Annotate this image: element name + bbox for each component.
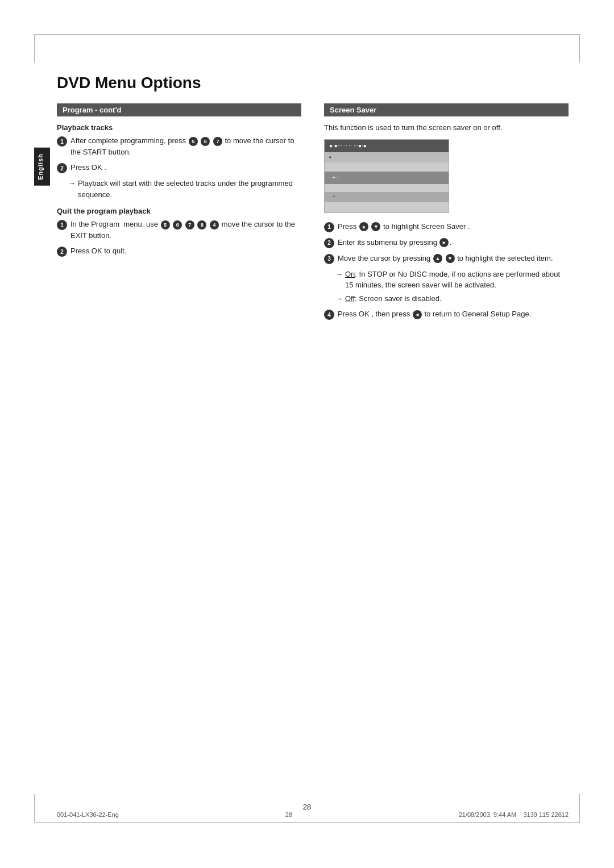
screen-saver-image: ● ●··· ·· ·· ···●·● ▪ · ÷ · · ÷ ·	[324, 139, 449, 213]
step-2-content: Press OK .	[70, 162, 301, 173]
arrow-on: → On: In STOP or No DISC mode, if no act…	[335, 269, 569, 291]
quit-btn-5: 5	[161, 220, 170, 229]
right-column: Screen Saver This function is used to tu…	[324, 103, 569, 324]
arrow-off-symbol: →	[335, 293, 343, 304]
arrow-on-symbol: →	[335, 269, 343, 280]
arrow-off: → Off: Screen saver is disabled.	[335, 293, 569, 304]
right-step-num-2: 2	[324, 238, 334, 248]
left-column: Program - cont'd Playback tracks 1 After…	[57, 103, 301, 324]
page-border-right-top	[579, 34, 580, 62]
quit-btn-8: 8	[197, 220, 206, 229]
btn-5: 5	[189, 137, 198, 146]
ss-row-3	[325, 162, 449, 172]
footer-left: 001-041-LX36-22-Eng	[57, 811, 119, 818]
step-num-1: 1	[57, 136, 67, 147]
step-num-2: 2	[57, 163, 67, 173]
right-step-4-content: Press OK , then press ◄ to return to Gen…	[338, 308, 569, 320]
quit-step-num-2: 2	[57, 247, 67, 257]
page-border-left-bottom	[34, 794, 35, 823]
quit-step-2-content: Press OK to quit.	[70, 245, 301, 257]
quit-step-1-content: In the Program menu, use 5 6 7 8 4 move …	[70, 219, 301, 241]
left-step-2: 2 Press OK .	[57, 162, 301, 173]
step-1-content: After complete programming, press 5 6 7 …	[70, 135, 301, 157]
right-step-2: 2 Enter its submenu by pressing ►.	[324, 237, 569, 248]
on-label: On	[345, 270, 355, 278]
off-label: Off	[345, 294, 355, 303]
quit-step-num-1: 1	[57, 220, 67, 230]
page-number: 28	[303, 803, 311, 811]
page-title: DVD Menu Options	[57, 74, 569, 92]
quit-step-2: 2 Press OK to quit.	[57, 245, 301, 257]
page-border-top	[34, 34, 580, 35]
right-section-header: Screen Saver	[324, 103, 569, 116]
r-btn-down: ▼	[446, 254, 455, 263]
btn-7: 7	[213, 137, 222, 146]
footer-watermark: 3139 115 22612	[523, 811, 569, 818]
quit-step-1: 1 In the Program menu, use 5 6 7 8 4 mov…	[57, 219, 301, 241]
right-step-4: 4 Press OK , then press ◄ to return to G…	[324, 308, 569, 320]
r-btn-1: ▲	[359, 222, 368, 231]
ss-row-2: ▪	[325, 152, 449, 162]
footer: 001-041-LX36-22-Eng 28 21/08/2003, 9:44 …	[57, 811, 569, 818]
r-btn-2: ▼	[371, 222, 380, 231]
right-step-1: 1 Press ▲ ▼ to highlight Screen Saver .	[324, 221, 569, 232]
page-border-right-bottom	[579, 794, 580, 823]
right-step-3-content: Move the cursor by pressing ▲ ▼ to highl…	[338, 253, 569, 264]
right-step-num-4: 4	[324, 310, 334, 320]
right-step-1-content: Press ▲ ▼ to highlight Screen Saver .	[338, 221, 569, 232]
ss-row-4: · ÷ ·	[325, 172, 449, 184]
btn-6: 6	[201, 137, 210, 146]
right-step-num-1: 1	[324, 222, 334, 232]
arrow-off-text: Off: Screen saver is disabled.	[345, 293, 442, 304]
screen-saver-intro: This function is used to turn the screen…	[324, 122, 569, 133]
sidebar-language-label: English	[34, 148, 50, 186]
right-step-num-3: 3	[324, 254, 334, 264]
r-btn-return: ◄	[413, 310, 422, 319]
step-2-arrow-text: Playback will start with the selected tr…	[78, 178, 301, 200]
footer-date: 21/08/2003, 9:44 AM	[459, 811, 517, 818]
columns-layout: Program - cont'd Playback tracks 1 After…	[57, 103, 569, 324]
right-step-2-content: Enter its submenu by pressing ►.	[338, 237, 569, 248]
left-step-2-arrow: → Playback will start with the selected …	[68, 178, 301, 200]
quit-btn-6: 6	[173, 220, 182, 229]
footer-right: 21/08/2003, 9:44 AM 3139 115 22612	[459, 811, 569, 818]
quit-btn-9: 4	[210, 220, 219, 229]
ss-row-6: · ÷ ·	[325, 192, 449, 202]
r-btn-enter: ►	[439, 238, 449, 247]
playback-tracks-heading: Playback tracks	[57, 123, 301, 132]
arrow-symbol: →	[68, 178, 76, 189]
page-border-bottom	[34, 822, 580, 823]
quit-btn-7: 7	[185, 220, 194, 229]
left-section-header: Program - cont'd	[57, 103, 301, 116]
page-border-left-top	[34, 34, 35, 62]
main-content: DVD Menu Options Program - cont'd Playba…	[57, 74, 569, 800]
ss-row-5	[325, 184, 449, 192]
arrow-on-text: On: In STOP or No DISC mode, if no actio…	[345, 269, 569, 291]
footer-center: 28	[285, 811, 292, 818]
r-btn-up: ▲	[433, 254, 442, 263]
right-step-3: 3 Move the cursor by pressing ▲ ▼ to hig…	[324, 253, 569, 264]
ss-row-1: ● ●··· ·· ·· ···●·●	[325, 140, 449, 152]
left-step-1: 1 After complete programming, press 5 6 …	[57, 135, 301, 157]
quit-heading: Quit the program playback	[57, 207, 301, 215]
